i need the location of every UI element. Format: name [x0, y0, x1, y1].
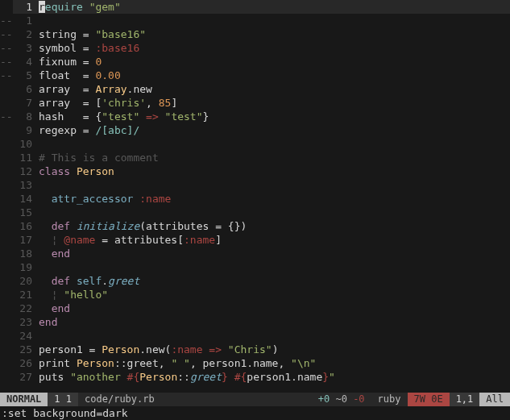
command-line[interactable]: :set background=dark	[0, 406, 510, 420]
code-content[interactable]: # This is a comment	[34, 151, 159, 164]
sign-column	[0, 370, 13, 384]
code-content[interactable]: require "gem"	[34, 0, 510, 14]
code-content[interactable]: string = "base16"	[34, 27, 146, 41]
code-line[interactable]: --1	[0, 14, 510, 27]
token: #{	[127, 371, 140, 383]
line-number: 10	[13, 137, 34, 151]
code-line[interactable]: 23end	[0, 315, 510, 329]
token	[39, 193, 52, 205]
line-number: 14	[13, 192, 34, 206]
code-line[interactable]: 22 end	[0, 301, 510, 315]
code-content[interactable]: float = 0.00	[34, 69, 121, 82]
code-content[interactable]	[34, 329, 39, 343]
code-line[interactable]: 14 attr_accessor :name	[0, 192, 510, 206]
code-line[interactable]: 6array = Array.new	[0, 82, 510, 96]
sign-column	[0, 329, 13, 343]
token	[39, 289, 52, 301]
code-line[interactable]: 18 end	[0, 247, 510, 260]
code-content[interactable]	[34, 178, 39, 192]
status-spacer	[161, 393, 312, 406]
code-content[interactable]: array = Array.new	[34, 82, 152, 96]
code-line[interactable]: --5float = 0.00	[0, 69, 510, 82]
code-line[interactable]: 26print Person::greet, " ", person1.name…	[0, 356, 510, 370]
code-line[interactable]: --2string = "base16"	[0, 27, 510, 41]
code-content[interactable]	[34, 14, 39, 27]
token: person1.name	[247, 371, 322, 383]
sign-column: --	[0, 110, 13, 123]
line-number: 5	[13, 69, 34, 82]
sign-column	[0, 288, 13, 301]
code-content[interactable]: class Person	[34, 164, 114, 178]
editor-root: 1require "gem"--1--2string = "base16"--3…	[0, 0, 510, 420]
code-line[interactable]: 27puts "another #{Person::greet} #{perso…	[0, 370, 510, 384]
sign-column	[0, 0, 13, 14]
code-area[interactable]: 1require "gem"--1--2string = "base16"--3…	[0, 0, 510, 393]
line-number: 2	[13, 27, 34, 41]
code-line[interactable]: 17 ¦ @name = attributes[:name]	[0, 233, 510, 247]
token: def	[52, 220, 70, 232]
code-line[interactable]: 15	[0, 206, 510, 219]
code-line[interactable]: 24	[0, 329, 510, 343]
token: Person	[77, 165, 114, 177]
code-content[interactable]	[34, 137, 39, 151]
code-content[interactable]: regexp = /[abc]/	[34, 123, 139, 137]
code-content[interactable]	[34, 206, 39, 219]
code-line[interactable]: 12class Person	[0, 164, 510, 178]
code-content[interactable]	[34, 260, 39, 274]
line-number: 19	[13, 260, 34, 274]
hunks-del: -0	[353, 393, 364, 406]
code-content[interactable]: fixnum = 0	[34, 55, 102, 69]
code-content[interactable]: person1 = Person.new(:name => "Chris")	[34, 343, 278, 356]
code-line[interactable]: 9regexp = /[abc]/	[0, 123, 510, 137]
code-line[interactable]: 10	[0, 137, 510, 151]
code-line[interactable]: 25person1 = Person.new(:name => "Chris")	[0, 343, 510, 356]
code-line[interactable]: 7array = ['chris', 85]	[0, 96, 510, 110]
line-number: 1	[13, 0, 34, 14]
code-line[interactable]: 19	[0, 260, 510, 274]
token: "	[329, 371, 335, 383]
code-content[interactable]: print Person::greet, " ", person1.name, …	[34, 356, 316, 370]
token: "another	[70, 371, 126, 383]
code-content[interactable]: symbol = :base16	[34, 41, 139, 55]
code-content[interactable]: puts "another #{Person::greet} #{person1…	[34, 370, 335, 384]
code-content[interactable]: array = ['chris', 85]	[34, 96, 177, 110]
code-content[interactable]: hash = {"test" => "test"}	[34, 110, 209, 123]
token: .new	[127, 83, 152, 95]
token: fixnum =	[39, 56, 95, 68]
sign-column	[0, 247, 13, 260]
token	[39, 275, 52, 287]
code-line[interactable]: --4fixnum = 0	[0, 55, 510, 69]
code-content[interactable]: end	[34, 315, 57, 329]
code-content[interactable]: end	[34, 301, 70, 315]
token: /[abc]/	[95, 124, 139, 136]
token: )	[272, 343, 279, 356]
sign-column	[0, 233, 13, 247]
code-line[interactable]: 13	[0, 178, 510, 192]
sign-column	[0, 356, 13, 370]
token: "test"	[165, 110, 203, 123]
line-number: 12	[13, 164, 34, 178]
token: }	[222, 371, 228, 383]
code-content[interactable]: ¦ @name = attributes[:name]	[34, 233, 222, 247]
token: .new(	[139, 343, 171, 356]
token: array = [	[39, 97, 102, 109]
code-line[interactable]: --8hash = {"test" => "test"}	[0, 110, 510, 123]
code-line[interactable]: --3symbol = :base16	[0, 41, 510, 55]
code-line[interactable]: 20 def self.greet	[0, 274, 510, 288]
code-line[interactable]: 21 ¦ "hello"	[0, 288, 510, 301]
code-content[interactable]: def initialize(attributes = {})	[34, 219, 247, 233]
code-content[interactable]: attr_accessor :name	[34, 192, 171, 206]
code-content[interactable]: ¦ "hello"	[34, 288, 108, 301]
hunks-mod: ~0	[335, 393, 346, 406]
sign-column: --	[0, 27, 13, 41]
code-line[interactable]: 16 def initialize(attributes = {})	[0, 219, 510, 233]
line-number: 1	[13, 14, 34, 27]
code-line[interactable]: 11# This is a comment	[0, 151, 510, 164]
token: class	[39, 165, 70, 177]
code-line[interactable]: 1require "gem"	[0, 0, 510, 14]
token: Person	[139, 371, 177, 383]
code-content[interactable]: def self.greet	[34, 274, 139, 288]
code-content[interactable]: end	[34, 247, 70, 260]
token: Array	[95, 83, 126, 95]
cursor: r	[39, 1, 45, 13]
